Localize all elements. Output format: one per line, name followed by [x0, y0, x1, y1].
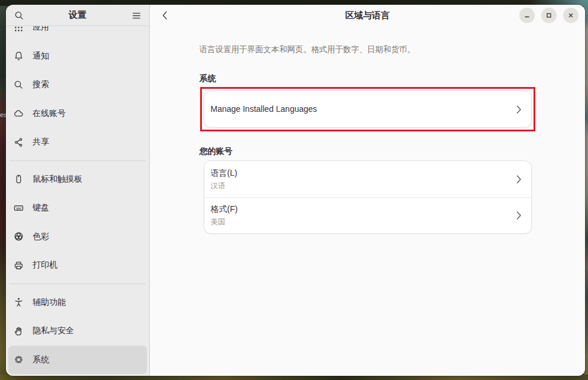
page-title: 区域与语言: [345, 10, 390, 21]
chevron-right-icon: [516, 105, 522, 114]
sidebar-divider: [9, 284, 146, 284]
close-button[interactable]: [563, 8, 579, 23]
chevron-right-icon: [516, 211, 522, 220]
sidebar-item-label: 系统: [33, 355, 49, 365]
sidebar-item-label: 鼠标和触摸板: [33, 174, 82, 185]
color-profile-icon: [14, 231, 24, 241]
hamburger-menu-icon: [131, 11, 142, 21]
region-language-page: 语言设置用于界面文本和网页。格式用于数字、日期和货币。 系统 Manage In…: [204, 44, 532, 234]
sidebar-list: 应用 通知 搜索 在线账号: [6, 26, 149, 376]
sidebar-item-search[interactable]: 搜索: [8, 70, 147, 99]
sidebar-item-keyboard[interactable]: 键盘: [8, 194, 147, 223]
maximize-icon: [545, 12, 552, 19]
minimize-button[interactable]: [519, 8, 535, 23]
accessibility-icon: [14, 297, 24, 307]
maximize-button[interactable]: [541, 8, 557, 23]
sidebar-item-label: 搜索: [33, 79, 49, 90]
share-icon: [14, 137, 24, 147]
close-icon: [567, 12, 574, 19]
main-pane: 区域与语言 语言设置用于界面文本和网页。格式用于数字、日期和货币。 系统: [150, 5, 585, 376]
settings-window: 设置 应用 通知: [6, 5, 585, 376]
sidebar-item-printers[interactable]: 打印机: [8, 251, 147, 280]
manage-installed-languages-label: Manage Installed Languages: [211, 104, 516, 114]
sidebar-item-online-accounts[interactable]: 在线账号: [8, 99, 147, 128]
sidebar-item-color[interactable]: 色彩: [8, 223, 147, 252]
apps-grid-icon: [14, 26, 24, 33]
primary-menu-button[interactable]: [128, 8, 144, 23]
keyboard-icon: [14, 203, 24, 213]
sidebar-item-label: 应用: [33, 26, 49, 33]
language-row-label: 语言(L): [211, 168, 516, 178]
minimize-icon: [523, 12, 531, 19]
account-card: 语言(L) 汉语 格式(F) 美国: [204, 160, 532, 234]
sidebar-item-sharing[interactable]: 共享: [8, 128, 147, 157]
sidebar-item-notifications[interactable]: 通知: [8, 42, 147, 71]
search-icon: [14, 11, 24, 21]
hand-icon: [14, 326, 24, 336]
language-row-value: 汉语: [211, 182, 516, 191]
sidebar-item-label: 通知: [33, 51, 49, 62]
sidebar-item-label: 键盘: [33, 202, 49, 213]
search-button[interactable]: [11, 8, 27, 23]
sidebar-item-label: 在线账号: [33, 108, 66, 119]
sidebar: 设置 应用 通知: [6, 5, 150, 376]
sidebar-item-label: 打印机: [33, 260, 57, 270]
formats-row[interactable]: 格式(F) 美国: [204, 197, 531, 233]
formats-row-value: 美国: [211, 218, 516, 227]
system-section-title: 系统: [200, 73, 532, 83]
page-description: 语言设置用于界面文本和网页。格式用于数字、日期和货币。: [200, 44, 532, 55]
sidebar-item-label: 共享: [33, 137, 49, 147]
window-controls: [519, 8, 579, 23]
manage-installed-languages-row[interactable]: Manage Installed Languages: [204, 91, 531, 127]
account-section-title: 您的账号: [200, 146, 532, 156]
back-chevron-icon: [162, 11, 168, 20]
chevron-right-icon: [516, 175, 522, 184]
language-row[interactable]: 语言(L) 汉语: [204, 161, 531, 197]
printer-icon: [14, 260, 24, 270]
sidebar-headerbar: 设置: [6, 5, 149, 26]
sidebar-item-privacy-security[interactable]: 隐私与安全: [8, 317, 147, 346]
sidebar-item-apps[interactable]: 应用: [8, 26, 147, 42]
sidebar-item-system[interactable]: 系统: [8, 346, 147, 375]
red-highlight-box: Manage Installed Languages: [200, 87, 535, 131]
search-icon: [14, 80, 24, 90]
back-button[interactable]: [157, 8, 172, 23]
sidebar-divider: [9, 160, 146, 161]
system-card: Manage Installed Languages: [204, 91, 532, 128]
mouse-icon: [14, 174, 24, 184]
sidebar-item-mouse-touchpad[interactable]: 鼠标和触摸板: [8, 165, 147, 194]
app-title: 设置: [69, 9, 86, 21]
sidebar-item-label: 色彩: [33, 231, 49, 242]
sidebar-item-label: 辅助功能: [33, 297, 66, 308]
cloud-icon: [14, 108, 24, 118]
bell-icon: [14, 51, 24, 61]
formats-row-label: 格式(F): [211, 204, 516, 214]
sidebar-item-label: 隐私与安全: [33, 326, 74, 336]
sidebar-item-accessibility[interactable]: 辅助功能: [8, 288, 147, 317]
gear-icon: [14, 355, 24, 365]
main-headerbar: 区域与语言: [150, 5, 585, 26]
